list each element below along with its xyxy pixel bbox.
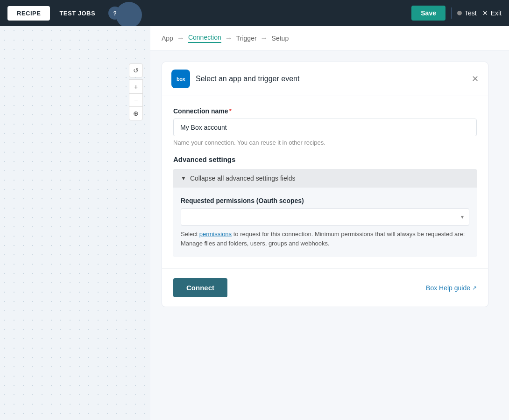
zoom-out-button[interactable]: −	[129, 93, 143, 107]
arrow-2: →	[225, 34, 233, 42]
testjobs-tab[interactable]: TEST JOBS	[50, 6, 105, 21]
main-layout: ↺ + − ⊕ App → Connection → Trigger → Set…	[0, 26, 509, 420]
connection-name-label: Connection name*	[173, 107, 477, 115]
nav-tabs: RECIPE TEST JOBS ?	[7, 6, 121, 21]
permissions-select-wrapper: ▾	[181, 208, 469, 226]
steps-nav: App → Connection → Trigger → Setup	[150, 26, 509, 50]
recipe-tab[interactable]: RECIPE	[7, 6, 50, 21]
zoom-in-button[interactable]: +	[129, 79, 143, 93]
nav-right: Save Test ✕ Exit	[411, 6, 502, 21]
arrow-1: →	[177, 34, 184, 42]
card-body: Connection name* Name your connection. Y…	[162, 96, 488, 268]
refresh-button[interactable]: ↺	[129, 63, 143, 77]
content-area: box Select an app and trigger event ✕ Co…	[150, 50, 509, 420]
permissions-link[interactable]: permissions	[199, 231, 232, 238]
collapse-header[interactable]: ▼ Collapse all advanced settings fields	[173, 169, 477, 188]
card-header: box Select an app and trigger event ✕	[162, 62, 488, 96]
avatar	[116, 2, 142, 28]
connection-card: box Select an app and trigger event ✕ Co…	[162, 62, 488, 307]
permissions-label: Requested permissions (Oauth scopes)	[181, 197, 469, 204]
dot-icon	[457, 11, 462, 15]
required-star: *	[229, 107, 231, 115]
step-app[interactable]: App	[162, 35, 173, 42]
save-button[interactable]: Save	[411, 6, 445, 21]
step-trigger[interactable]: Trigger	[236, 35, 257, 42]
left-controls: ↺ + − ⊕	[129, 63, 143, 120]
connect-button[interactable]: Connect	[173, 278, 227, 297]
permissions-select[interactable]	[181, 208, 469, 226]
test-button[interactable]: Test	[457, 9, 477, 17]
box-logo: box	[171, 70, 190, 88]
external-link-icon: ↗	[472, 285, 477, 291]
permissions-hint: Select permissions to request for this c…	[181, 230, 469, 248]
arrow-3: →	[261, 34, 268, 42]
card-title: Select an app and trigger event	[196, 75, 299, 83]
top-nav: RECIPE TEST JOBS ? Save Test ✕ Exit	[0, 0, 509, 26]
exit-button[interactable]: ✕ Exit	[482, 9, 502, 17]
card-footer: Connect Box Help guide ↗	[162, 268, 488, 307]
right-content: App → Connection → Trigger → Setup box	[150, 26, 509, 420]
help-link[interactable]: Box Help guide ↗	[426, 284, 477, 292]
advanced-settings-title: Advanced settings	[173, 155, 477, 163]
advanced-panel: ▼ Collapse all advanced settings fields …	[173, 169, 477, 257]
field-hint: Name your connection. You can reuse it i…	[173, 139, 477, 146]
connection-name-input[interactable]	[173, 119, 477, 136]
card-header-left: box Select an app and trigger event	[171, 70, 299, 88]
collapse-chevron-icon: ▼	[181, 175, 186, 182]
advanced-body: Requested permissions (Oauth scopes) ▾ S…	[173, 188, 477, 257]
nav-divider	[451, 7, 452, 19]
close-button[interactable]: ✕	[472, 74, 479, 84]
step-connection[interactable]: Connection	[188, 34, 221, 43]
left-panel: ↺ + − ⊕	[0, 26, 150, 420]
step-setup[interactable]: Setup	[272, 35, 289, 42]
fit-button[interactable]: ⊕	[129, 106, 143, 120]
